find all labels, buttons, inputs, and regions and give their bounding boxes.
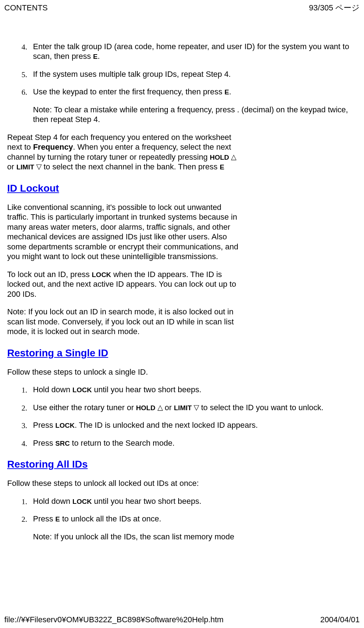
restoring-single-list: 1. Hold down LOCK until you hear two sho…: [7, 385, 357, 448]
text: until you hear two short beeps.: [92, 497, 202, 506]
item-text: Enter the talk group ID (area code, home…: [33, 42, 349, 61]
footer-date: 2004/04/01: [320, 615, 360, 625]
list-item: 6. Use the keypad to enter the first fre…: [22, 87, 357, 125]
item-number: 2.: [22, 515, 27, 524]
key-label: HOLD: [136, 404, 155, 412]
text: Press: [33, 421, 55, 430]
text: To lock out an ID, press: [7, 270, 92, 279]
list-item: 3. Press LOCK. The ID is unlocked and th…: [22, 420, 357, 430]
text: Use either the rotary tuner or: [33, 403, 136, 412]
heading-restoring-all[interactable]: Restoring All IDs: [7, 458, 357, 470]
top-steps-list: 4. Enter the talk group ID (area code, h…: [7, 42, 357, 125]
list-item: 5. If the system uses multiple talk grou…: [22, 69, 357, 79]
key-label: HOLD: [210, 154, 229, 161]
intro-text: Follow these steps to unlock all locked …: [7, 478, 357, 488]
key-label: E: [93, 53, 98, 60]
key-label: SRC: [55, 440, 70, 447]
list-item: 2. Use either the rotary tuner or HOLD △…: [22, 403, 357, 413]
page-content: 4. Enter the talk group ID (area code, h…: [0, 13, 364, 542]
item-text: .: [229, 87, 231, 96]
text: to unlock all the IDs at once.: [60, 514, 161, 523]
list-item: 4. Enter the talk group ID (area code, h…: [22, 42, 357, 61]
repeat-paragraph: Repeat Step 4 for each frequency you ent…: [7, 132, 244, 172]
key-label: LIMIT: [16, 163, 34, 171]
key-label: E: [220, 163, 224, 171]
note-text: Note: If you unlock all the IDs, the sca…: [33, 532, 357, 542]
item-number: 6.: [22, 88, 27, 97]
text: Hold down: [33, 497, 72, 506]
text: Hold down: [33, 385, 72, 394]
text: until you hear two short beeps.: [92, 385, 202, 394]
restoring-all-list: 1. Hold down LOCK until you hear two sho…: [7, 496, 357, 542]
text: to select the ID you want to unlock.: [201, 403, 323, 412]
key-label: LOCK: [92, 271, 111, 278]
text: or: [165, 403, 174, 412]
key-label: E: [224, 88, 229, 96]
text: Press: [33, 439, 55, 447]
bold-text: Frequency: [33, 142, 73, 151]
item-number: 2.: [22, 403, 27, 413]
item-number: 1.: [22, 385, 27, 395]
text: Press: [33, 514, 55, 523]
key-label: LIMIT: [174, 404, 192, 412]
item-number: 1.: [22, 497, 27, 506]
page-footer: file://¥¥Fileserv0¥OM¥UB322Z_BC898¥Softw…: [0, 615, 364, 625]
item-number: 4.: [22, 439, 27, 448]
list-item: 4. Press SRC to return to the Search mod…: [22, 438, 357, 448]
up-triangle-icon: △: [229, 153, 237, 161]
key-label: E: [55, 515, 60, 523]
note-paragraph: Note: If you lock out an ID in search mo…: [7, 307, 244, 337]
item-number: 5.: [22, 70, 27, 79]
text: to return to the Search mode.: [70, 439, 174, 447]
item-text: .: [98, 52, 100, 61]
paragraph: Like conventional scanning, it's possibl…: [7, 202, 244, 262]
text: to select the next channel in the bank. …: [43, 162, 219, 171]
text: . The ID is unlocked and the next locked…: [75, 421, 258, 430]
item-number: 3.: [22, 421, 27, 430]
up-triangle-icon: △: [155, 403, 165, 411]
note-text: Note: To clear a mistake while entering …: [33, 105, 357, 125]
page-indicator: 93/305 ページ: [309, 3, 360, 13]
footer-path: file://¥¥Fileserv0¥OM¥UB322Z_BC898¥Softw…: [4, 615, 223, 625]
key-label: LOCK: [72, 386, 92, 394]
page-header: CONTENTS 93/305 ページ: [0, 0, 364, 13]
key-label: LOCK: [72, 498, 92, 505]
intro-text: Follow these steps to unlock a single ID…: [7, 367, 357, 377]
paragraph: To lock out an ID, press LOCK when the I…: [7, 270, 244, 299]
list-item: 1. Hold down LOCK until you hear two sho…: [22, 496, 357, 506]
list-item: 2. Press E to unlock all the IDs at once…: [22, 514, 357, 542]
down-triangle-icon: ▽: [34, 163, 43, 170]
heading-restoring-single[interactable]: Restoring a Single ID: [7, 347, 357, 359]
list-item: 1. Hold down LOCK until you hear two sho…: [22, 385, 357, 395]
header-title: CONTENTS: [4, 3, 48, 13]
item-text: Use the keypad to enter the first freque…: [33, 87, 224, 96]
down-triangle-icon: ▽: [192, 403, 201, 411]
key-label: LOCK: [55, 422, 75, 429]
heading-id-lockout[interactable]: ID Lockout: [7, 182, 357, 195]
item-text: If the system uses multiple talk group I…: [33, 70, 231, 79]
item-number: 4.: [22, 42, 27, 52]
text: or: [7, 162, 16, 171]
